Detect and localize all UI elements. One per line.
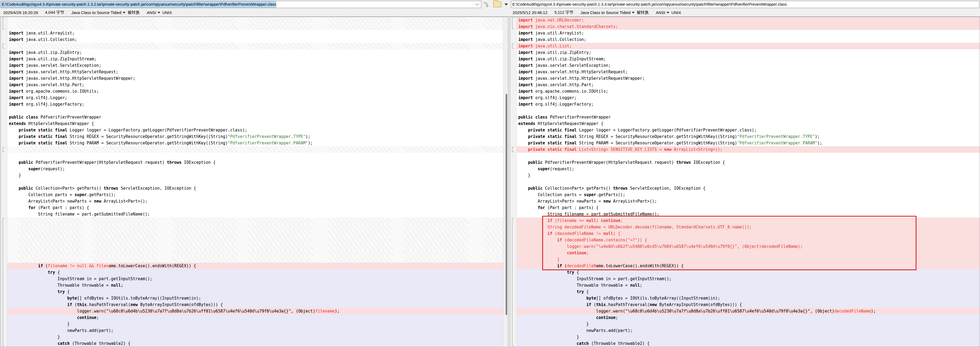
code-line	[517, 153, 980, 159]
code-line	[7, 108, 503, 114]
code-line: Throwable throwable = null;	[517, 282, 980, 288]
scrollbar-thumb[interactable]	[506, 94, 507, 315]
copy-to-right-button[interactable]	[483, 1, 490, 8]
right-encoding-label: ANSI	[656, 10, 665, 15]
code-line: catch (Throwable throwable2) {	[517, 340, 980, 347]
code-line: extends HttpServletRequestWrapper {	[517, 121, 980, 127]
code-line	[7, 24, 503, 30]
code-line: String filename = part.getSubmittedFileN…	[7, 211, 503, 217]
code-line: private static final String REGEX = Secu…	[517, 133, 980, 140]
code-line	[7, 178, 503, 185]
right-encoding-dropdown[interactable]: ANSI UNIX	[656, 10, 681, 15]
code-line: if (filename == null) continue;	[517, 217, 980, 224]
code-line: }	[517, 256, 980, 263]
code-line	[7, 153, 503, 159]
code-line: catch (Throwable throwable2) {	[7, 340, 503, 347]
code-line: import org.apache.commons.io.IOUtils;	[517, 88, 980, 95]
code-line	[7, 224, 503, 230]
code-line: import javax.servlet.ServletException;	[7, 62, 503, 69]
code-line: import java.util.Collection;	[517, 37, 980, 43]
code-line: try {	[7, 288, 503, 295]
right-format-dropdown[interactable]: Java Class to Source Tidied 被转换	[581, 10, 649, 15]
code-line: public PdfverifierPreventWrapper(HttpSer…	[7, 159, 503, 166]
code-line: private static final String REGEX = Secu…	[7, 133, 503, 140]
code-line: InputStream in = part.getInputStream();	[517, 275, 980, 282]
code-line: import org.apache.commons.io.IOUtils;	[7, 88, 503, 95]
code-line: import org.slf4j.Logger;	[517, 95, 980, 101]
right-code-area[interactable]: import java.net.URLDecoder;import java.n…	[517, 17, 980, 347]
left-path-text: E:\CodeAudit\qys\qys4.3.4\private-securi…	[1, 1, 276, 8]
right-modified-date: 2025/5/12 20:46:12	[512, 10, 547, 15]
dropdown-arrow-icon	[667, 12, 669, 13]
left-format-dropdown[interactable]: Java Class to Source Tidied 被转换	[72, 10, 140, 15]
code-line: import java.nio.charset.StandardCharsets…	[517, 24, 980, 30]
dropdown-arrow-icon	[158, 12, 160, 13]
code-line: }	[517, 334, 980, 340]
left-path-combo[interactable]: E:\CodeAudit\qys\qys4.3.4\private-securi…	[0, 1, 481, 8]
left-gutter	[1, 17, 7, 347]
code-line: logger.warn("\u4e0d\u662f\u5408\u6cd5\u7…	[517, 243, 980, 250]
left-modified-date: 2025/4/28 16:20:26	[3, 10, 38, 15]
left-encoding-dropdown[interactable]: ANSI UNIX	[147, 10, 172, 15]
code-line: Throwable throwable = null;	[7, 282, 503, 288]
code-line: import java.util.zip.ZipInputStream;	[7, 56, 503, 62]
code-line	[7, 256, 503, 263]
code-line	[7, 146, 503, 153]
code-line: continue;	[7, 314, 503, 321]
right-file-size: 5,112 字节	[554, 10, 573, 15]
code-line: import org.slf4j.Logger;	[7, 95, 503, 101]
code-line: extends HttpServletRequestWrapper {	[7, 121, 503, 127]
code-line: try {	[7, 269, 503, 275]
diff-panes: import java.util.ArrayList;import java.u…	[0, 17, 980, 347]
left-vertical-scrollbar[interactable]	[503, 17, 508, 347]
code-line: try {	[517, 269, 980, 275]
code-line	[7, 237, 503, 243]
code-line: for (Part part : parts) {	[517, 204, 980, 211]
code-line: import java.util.zip.ZipInputStream;	[517, 56, 980, 62]
code-line: import java.util.List;	[517, 43, 980, 49]
code-line: if (decodedFileName.toLowerCase().endsWi…	[517, 263, 980, 269]
code-line: private static final Logger logger = Log…	[517, 127, 980, 133]
code-line: if (this.hasPathTraversal(new ByteArrayI…	[517, 301, 980, 308]
code-line	[7, 230, 503, 237]
code-line: }	[517, 172, 980, 178]
left-code-area[interactable]: import java.util.ArrayList;import java.u…	[7, 17, 503, 347]
folder-icon[interactable]	[493, 2, 501, 7]
right-path-text: E:\CodeAudit\qys\qys4.3.4\private-securi…	[511, 1, 787, 8]
code-line: try {	[517, 288, 980, 295]
diff-section-bracket	[3, 44, 5, 48]
code-line: import javax.servlet.http.HttpServletReq…	[517, 69, 980, 75]
code-line: if (filename != null && filename.toLower…	[7, 263, 503, 269]
code-line: private static final String PARAM = Secu…	[517, 140, 980, 146]
code-line: import java.util.zip.ZipEntry;	[7, 49, 503, 56]
left-code-pane: import java.util.ArrayList;import java.u…	[0, 17, 508, 347]
code-line: import java.util.ArrayList;	[517, 30, 980, 37]
code-line: public class PdfverifierPreventWrapper	[7, 114, 503, 121]
code-line: for (Part part : parts) {	[7, 204, 503, 211]
diff-section-bracket	[3, 218, 5, 346]
code-line: public Collection<Part> getParts() throw…	[7, 185, 503, 191]
code-line: byte[] ofdBytes = IOUtils.toByteArray((I…	[517, 295, 980, 301]
code-line	[7, 17, 503, 24]
code-line: import javax.servlet.http.Part;	[7, 82, 503, 88]
code-line: newParts.add(part);	[517, 327, 980, 334]
dropdown-arrow-icon	[632, 12, 635, 13]
left-format-label: Java Class to Source Tidied	[72, 10, 121, 15]
right-path-combo[interactable]: E:\CodeAudit\qys\qys4.3.4\private-securi…	[511, 1, 980, 8]
code-line: public class PdfverifierPreventWrapper	[517, 114, 980, 121]
code-line: continue;	[517, 314, 980, 321]
code-line	[517, 108, 980, 114]
code-line: private static final String PARAM = Secu…	[7, 140, 503, 146]
left-path-dropdown-button[interactable]	[473, 1, 481, 8]
code-line: super(request);	[517, 166, 980, 172]
code-line: logger.warn("\u68c0\u6d4b\u5230\u7a7f\u8…	[517, 308, 980, 314]
curved-arrow-icon	[483, 1, 490, 8]
folder-dropdown-icon[interactable]	[504, 3, 508, 5]
code-line: super(request);	[7, 166, 503, 172]
code-line: import javax.servlet.ServletException;	[517, 62, 980, 69]
code-line: newParts.add(part);	[7, 327, 503, 334]
code-line: import javax.servlet.http.HttpServletReq…	[7, 75, 503, 82]
code-line: public PdfverifierPreventWrapper(HttpSer…	[517, 159, 980, 166]
right-converted-label: 被转换	[637, 10, 649, 15]
left-line-ending-label: UNIX	[162, 10, 172, 15]
